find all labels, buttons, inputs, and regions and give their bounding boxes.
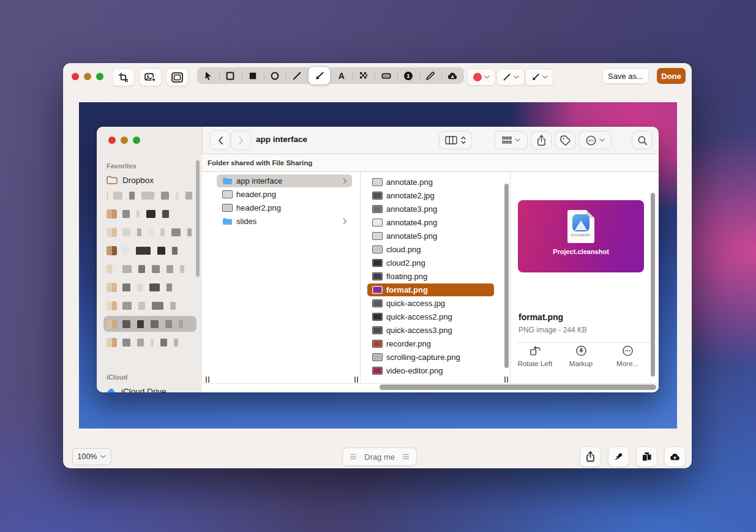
crop-button[interactable] [112,68,135,86]
tool-rectangle[interactable] [219,67,241,84]
file-row-annotate5-png[interactable]: annotate5.png [367,230,494,242]
zoom-level-select[interactable]: 100% [72,448,111,465]
markup-button[interactable]: Markup [558,345,604,377]
tool-smart-annotate[interactable]: A [441,67,463,84]
tool-line[interactable] [286,67,308,84]
column-resize-handle[interactable] [354,374,359,380]
done-button[interactable]: Done [657,68,686,84]
arrow-style-dropdown[interactable] [525,69,553,86]
save-as-button[interactable]: Save as... [602,68,649,84]
file-row-annotate4-png[interactable]: annotate4.png [367,216,494,229]
file-row-quick-access-jpg[interactable]: quick-access.jpg [367,297,494,310]
tool-rectangle-filled[interactable] [242,67,264,84]
share-button[interactable] [531,131,552,149]
tool-highlight[interactable] [375,67,397,84]
minimize-button[interactable] [121,137,128,144]
sidebar-item-redacted[interactable] [107,319,193,329]
tool-arrow[interactable] [308,66,330,85]
redacted-text-block [146,210,155,218]
sidebar-item-dropbox[interactable]: Dropbox [107,173,154,187]
file-row-recorder-png[interactable]: recorder.png [367,337,494,350]
tool-text[interactable]: A [331,67,353,84]
sidebar-item-redacted[interactable] [107,209,193,219]
view-columns-button[interactable] [439,131,472,149]
sidebar-item-label: Dropbox [122,176,154,185]
horizontal-scrollbar[interactable] [380,384,656,390]
file-row-cloud2-png[interactable]: cloud2.png [367,257,494,269]
add-image-icon [144,72,156,83]
back-button[interactable] [210,130,230,150]
file-row-annotate3-png[interactable]: annotate3.png [367,203,494,215]
pin-button[interactable] [608,446,629,467]
redacted-text-block [122,247,129,255]
tags-button[interactable] [555,131,575,149]
canvas-background-button[interactable] [166,68,189,86]
tool-pixelate[interactable] [353,67,375,84]
file-name: scrolling-capture.png [386,353,460,362]
sidebar-item-redacted[interactable] [107,301,193,310]
search-button[interactable] [632,131,653,149]
file-list-scrollbar[interactable] [504,184,509,368]
preview-thumbnail[interactable]: CLEANSHOT Project.cleanshot [518,200,644,272]
sidebar-item-redacted[interactable] [107,282,193,292]
sidebar-item-redacted[interactable] [107,264,193,274]
sidebar-scrollbar[interactable] [196,160,200,277]
file-row-format-png[interactable]: format.png [367,283,494,296]
close-button[interactable] [72,73,79,80]
folder-row-app-interface[interactable]: app interface [217,174,352,187]
copy-button[interactable] [636,446,657,467]
file-row-scrolling-capture-png[interactable]: scrolling-capture.png [367,351,494,364]
preview-scrollbar[interactable] [651,193,655,377]
sidebar-item-icloud-drive[interactable]: iCloud Drive [107,384,167,392]
sidebar-item-redacted[interactable] [107,227,193,237]
crop-icon [118,72,129,83]
cleanshot-icon-text: CLEANSHOT [571,234,591,237]
chevron-down-icon [514,75,519,79]
file-row-quick-access2-png[interactable]: quick-access2.png [367,310,494,323]
tool-draw[interactable] [419,67,441,84]
text-icon: A [337,71,346,81]
close-button[interactable] [108,137,116,144]
file-row-annotate2-jpg[interactable]: annotate2.jpg [367,189,494,202]
more-options-button[interactable] [578,131,612,149]
file-name: video-editor.png [386,366,443,375]
drag-me-handle[interactable]: Drag me [342,448,417,466]
folder-row-header2-png[interactable]: header2.png [217,201,352,214]
add-image-button[interactable] [139,68,162,86]
redacted-text-block [157,247,165,255]
tool-ellipse[interactable] [264,67,286,84]
redacted-text-block [138,265,145,273]
column-divider[interactable] [510,172,511,383]
file-row-quick-access3-png[interactable]: quick-access3.png [367,324,494,337]
file-row-annotate-png[interactable]: annotate.png [367,176,494,189]
redacted-text-block [149,283,160,291]
share-button[interactable] [580,446,601,467]
file-row-floating-png[interactable]: floating.png [367,270,494,283]
cloud-upload-button[interactable] [664,446,686,467]
folder-row-header-png[interactable]: header.png [217,188,352,201]
column-resize-handle[interactable] [504,374,509,380]
editing-canvas[interactable]: Favorites Dropbox iCloud iCloud Drive [79,102,677,429]
minimize-button[interactable] [84,73,91,80]
column-divider[interactable] [360,172,361,383]
more-button[interactable]: More... [604,345,651,377]
zoom-button[interactable] [96,73,103,80]
file-row-cloud-png[interactable]: cloud.png [367,243,494,256]
image-file-icon [372,353,383,361]
color-picker-dropdown[interactable] [467,69,495,86]
line-style-dropdown[interactable] [496,69,525,86]
zoom-button[interactable] [133,137,140,144]
sidebar-item-redacted[interactable] [107,190,193,200]
tool-select[interactable] [197,67,219,84]
sidebar-item-redacted[interactable] [107,245,193,255]
folder-row-slides[interactable]: slides [217,215,352,228]
forward-button[interactable] [231,130,251,150]
chevron-down-icon [599,138,605,142]
group-button[interactable] [495,131,528,149]
sidebar-item-redacted[interactable] [107,337,193,347]
tool-counter[interactable]: 1 [397,67,419,84]
file-row-video-editor-png[interactable]: video-editor.png [367,364,494,377]
preview-thumb-label: Project.cleanshot [553,248,609,255]
rotate-left-button[interactable]: Rotate Left [512,345,558,377]
column-resize-handle[interactable] [206,374,211,380]
